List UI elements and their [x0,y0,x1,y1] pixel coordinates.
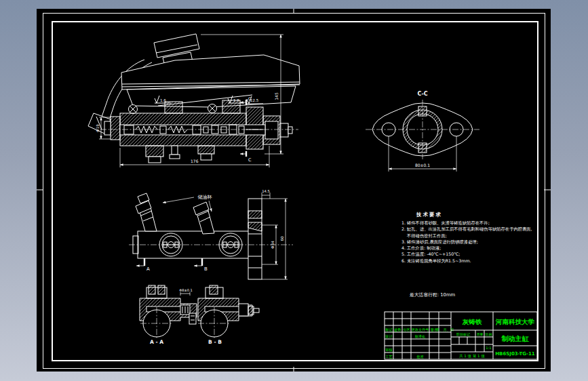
note-line: 2. 缸孔、进、出油孔加工后不得有毛刺和碰伤等缺陷存在于内腔表面, [401,226,515,232]
note-line: 3. 铸件清砂后,表面应进行防锈喷漆处理; [401,239,515,245]
tb-label-scale: 比例 [486,332,492,337]
section-letter: C [248,96,252,102]
dim-value: 80±0.1 [415,163,430,167]
view-title: A - A [150,339,163,345]
dim-value: Φ34 [271,241,275,249]
tb-label-mass: 质量 [477,332,484,336]
tb-scale-value: 1:1 [486,346,491,350]
tb-label-process: 工艺 [385,355,392,359]
section-letter: C [248,157,252,163]
max-piston-stroke-note: 最大活塞行程: 10mm [410,292,455,298]
note-line: 1. 铸件不得有砂眼、夹渣等铸造缺陷存在不许; [401,220,515,226]
note-line: 5. 工作温度: -40℃~+150℃; [401,251,515,257]
tb-label-standardization: 标准化 [414,334,426,339]
title-block: 标记 处数 分区 更改文件号 签名 年、月、日 设计 标准化 审核 工艺 批准 … [385,312,537,359]
section-letter: A [146,266,150,272]
tb-label-mark: 标记 [385,327,393,332]
main-section-view: 1.6 1.6 12.5 C C [88,34,300,167]
detail-bb-view: B - B [198,285,259,345]
tb-label-count: 处数 [394,327,401,332]
dimension-flange-length: 60 [262,199,288,279]
note-line: 4. 工作介质: 制动液; [401,245,515,251]
view-title: B - B [208,339,222,345]
tb-label-zone: 分区 [403,327,410,332]
section-letter: B [204,266,208,272]
frame-centering-marks [37,9,551,372]
dim-value: 145 [274,92,279,100]
tb-material: 灰铸铁 [462,318,482,325]
drawing-linework: 1.6 1.6 12.5 C C [0,0,588,381]
dim-value: 14.5 [262,189,270,193]
roughness-value: 12.5 [250,98,259,102]
section-cut-b: B [194,258,208,272]
dim-value: 60 [280,236,284,241]
dimension-port: Φ8±0.1 [179,288,192,296]
plan-view: 储油杯 A B [129,189,293,279]
tb-part-name: 制动主缸 [501,335,530,342]
dimension-flange-top: 14.5 [262,189,270,199]
section-title: C-C [417,91,427,97]
notes-title: 技术要求 [416,212,515,218]
dim-value: Φ19 [96,124,100,132]
note-line: 6. 未注铸造圆角半径为R1.5~3mm. [401,258,515,264]
detail-aa-view: Φ8±0.1 A - A [140,285,197,345]
note-line: 不得碰伤密封工作面; [407,233,515,239]
roughness-value: 1.6 [233,98,239,102]
cad-viewer-canvas: 1.6 1.6 12.5 C C [0,0,588,381]
section-cc-view: C-C 80±0.1 [366,91,479,172]
roughness-value: 1.6 [160,98,166,102]
dim-value: 176 [191,159,199,163]
tb-label-check: 审核 [385,348,393,352]
tb-label-stage-mark: 阶段标记 [456,332,470,337]
tb-organization: 河南科技大学 [495,318,535,325]
tb-sheet-info: 共 1 张 第 1 张 [458,354,485,359]
tb-drawing-number: HB6SJ03-TG-11 [495,351,535,357]
technical-requirements: 技术要求 1. 铸件不得有砂眼、夹渣等铸造缺陷存在不许; 2. 缸孔、进、出油孔… [401,212,515,264]
tb-label-change-file: 更改文件号 [412,327,429,332]
dim-value: Φ8±0.1 [179,288,192,292]
tb-label-approve: 批准 [416,355,423,359]
oil-cup-label: 储油杯 [198,195,212,200]
tb-label-design: 设计 [385,334,393,338]
section-cut-a: A [136,258,150,272]
